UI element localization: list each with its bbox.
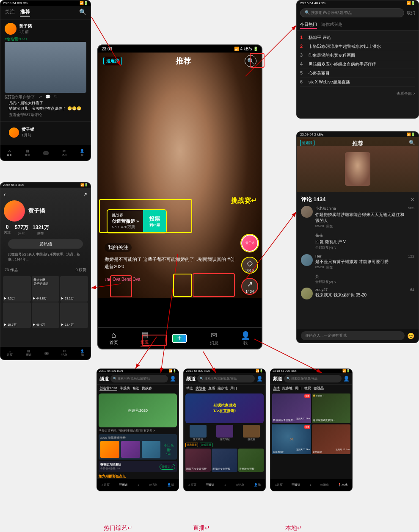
bp2-nav-channel[interactable]: ▤频道 [206,483,215,487]
bp1-nav-channel[interactable]: ▤频道 [119,483,128,487]
bp1-go-btn[interactable]: 去贡力 > [160,464,175,470]
trending-item-1[interactable]: 1 杨旭平 评论 [300,33,415,42]
post-username[interactable]: 黄子韬 [19,23,32,29]
see-all-comments[interactable]: 查看全部537条评论 [5,112,86,118]
nav-plus[interactable]: + [43,151,49,155]
bp1-nav-home[interactable]: ⌂首页 [102,483,109,487]
bp1-search[interactable]: 🔍 搜索用户/音乐/话题/作品 [110,375,168,382]
post-tag[interactable]: #创造营2020 [5,36,86,42]
bp2-tag-3[interactable]: 直播 [208,386,215,391]
main-nav-message[interactable]: ✉ 消息 [210,331,218,346]
comment-sub-1[interactable]: 全部回复(4) ∨ [315,245,414,250]
search-tab-row[interactable]: 今日热门 猜你感兴趣 [297,20,419,31]
nav-channel-3[interactable]: ▤频道 [26,349,32,357]
bp2-live-3[interactable]: 天神游女帮帮 [238,449,264,472]
main-nav-plus[interactable]: + [172,334,187,343]
trending-item-5[interactable]: 5 心疼美丽目 [300,69,415,78]
bp1-nav-plus[interactable]: + [138,484,139,487]
bp1-banner[interactable]: 创造营2020 [99,393,177,427]
main-search-button[interactable]: 🔍 [245,55,256,67]
share-button[interactable]: ↗ [83,191,87,197]
grid-item-3[interactable]: ▶ 23.1万 [60,276,88,302]
bp2-tag-1[interactable]: 精选 [186,386,193,391]
dm-button[interactable]: 发私信 [8,239,83,249]
bp1-nav-me[interactable]: 👤我 [167,483,174,487]
bp1-user-icon[interactable]: 👤 [170,376,176,382]
comment-sub-2-sub[interactable]: 全部回复(2) ∨ [315,280,414,284]
bp3-nav-message[interactable]: ✉消息 [320,483,329,487]
bp3-nav-home[interactable]: ⌂首页 [275,483,283,487]
vote-box[interactable]: 挑战赛 创造营撒娇 » No.1 470万票 投票 剩20票 [107,209,167,233]
search-bar[interactable]: 🔍 搜索用户/音乐/话题/作品 取消 [297,6,419,20]
bp3-user-icon[interactable]: 👤 [343,376,350,382]
bp3-nav-channel[interactable]: ▤频道 [292,483,300,487]
trending-item-3[interactable]: 3 印象最深的电竞专程画面 [300,51,415,60]
bp1-tag-3[interactable]: 精选 [132,386,139,391]
bp2-tag-2[interactable]: 挑战赛 [196,386,206,391]
bp2-nav-me[interactable]: 👤我 [254,483,261,487]
nav-channel[interactable]: ▤频道 [25,149,30,157]
nav-message-3[interactable]: ✉消息 [61,349,67,357]
search-input[interactable]: 🔍 搜索用户/音乐/话题/作品 [300,8,404,17]
tab-recommend[interactable]: 推荐 [20,8,30,17]
bp3-tag-2[interactable]: 跑步地 [282,386,292,391]
challenge-tag[interactable]: 挑战赛↵ [231,197,256,205]
grid-item-5[interactable]: ▶ 46.4万 [32,302,60,328]
bp2-sect-1[interactable]: 生大模组 [190,425,207,441]
comment-user-1[interactable]: 小老板china [315,206,405,211]
footer-username[interactable]: 黄子韬 [22,127,34,133]
bp2-user-icon[interactable]: 👤 [256,376,263,382]
bp2-live-2[interactable]: 塑脂站女女帮帮 [212,449,237,472]
comment-user-4[interactable]: zoey27 [315,288,408,292]
tab-follow[interactable]: 关注 [5,8,15,17]
bp1-tag-1[interactable]: 创造营2020 [99,386,117,391]
comment-input-area[interactable]: 评论点人...一定很有看哦 😊 [297,329,419,343]
trending-item-4[interactable]: 4 男孩四岁应小能组出血病的手还痒痒 [300,60,415,69]
bp1-tag-2[interactable]: 掌观榜 [120,386,130,391]
grid-item-2[interactable]: 我热为啊男子韬提纲 ▶ 443.8万 [32,276,60,302]
main-nav-label[interactable]: 推荐 [176,56,191,66]
nav-home-3[interactable]: ⌂首页 [7,350,13,357]
bp3-tag-3[interactable]: 周口 [295,386,302,391]
see-more-trending[interactable]: 查看全部 > [297,89,419,98]
tab-recommend-interest[interactable]: 猜你感兴趣 [321,22,342,29]
close-comments-button[interactable]: × [411,196,414,203]
main-logo[interactable]: 追遍我 [103,57,122,65]
bp3-nav-local[interactable]: 📍本地 [338,483,347,487]
bp3-video-2[interactable]: 这你叫游戏把我叫... 😂 好爱豆！ [312,393,351,423]
back-button[interactable]: ‹ [4,191,6,198]
bp1-nav-message[interactable]: ✉消息 [149,483,157,487]
author-avatar[interactable]: 黄子韬 [241,235,258,252]
emoji-button[interactable]: 😊 [407,332,414,339]
bp3-video-3[interactable]: 直播 🎮 近距离 57.9km 你豆是回应 [272,424,311,454]
bp2-live-1[interactable]: 国家言女女装帮帮 [185,449,211,472]
main-nav-home[interactable]: ⌂ 首页 [110,331,118,346]
bp2-nav-message[interactable]: ✉消息 [236,483,244,487]
bp3-video-1[interactable]: 直播 桥瑞回应李佳慢如... 近距离 21.5km [272,393,311,423]
bp3-tag-5[interactable]: 微视品 [314,386,324,391]
bp2-nav-home[interactable]: ⌂首页 [188,483,196,487]
comment-user-3[interactable]: Her [315,254,405,258]
bp2-banner[interactable]: 别嗯抢惠游戏TA•在直播啊! [185,393,264,423]
bp2-nav-plus[interactable]: + [224,484,226,487]
bp3-search[interactable]: 🔍 搜索/音乐/话题/作品 [284,375,342,382]
bp1-tag-4[interactable]: 挑战赛 [142,386,152,391]
nav-message[interactable]: ✉消息 [62,149,67,157]
tab-today-hot[interactable]: 今日热门 [300,22,317,29]
nav-me[interactable]: 👤我 [80,149,84,157]
bp2-sect-2[interactable]: 游戏专区 [216,425,233,441]
grid-item-4[interactable]: ▶ 19.6万 [3,302,31,328]
comment-input-field[interactable]: 评论点人...一定很有看哦 [301,331,405,340]
grid-item-6[interactable]: ▶ 18.4万 [60,302,88,328]
bp3-tag-1[interactable]: 直播 [273,386,280,391]
main-nav-channel[interactable]: ▤ 频道 [141,330,149,346]
bp2-search[interactable]: 🔍 搜索用户/音乐/话题/作品 [197,375,255,382]
bp2-tag-5[interactable]: 周口 [230,386,237,391]
vote-button[interactable]: 投票 剩20票 [143,210,166,233]
bp3-nav-plus[interactable]: + [310,484,311,487]
bp3-video-4[interactable]: 近距离 18.1km 好爱豆豆! [312,424,351,454]
nav-home[interactable]: ⌂首页 [7,149,12,157]
nav-me-3[interactable]: 👤我 [80,349,84,357]
main-nav-me[interactable]: 👤 我 [241,331,250,346]
bp2-tag-4[interactable]: 跑步地 [218,386,228,391]
